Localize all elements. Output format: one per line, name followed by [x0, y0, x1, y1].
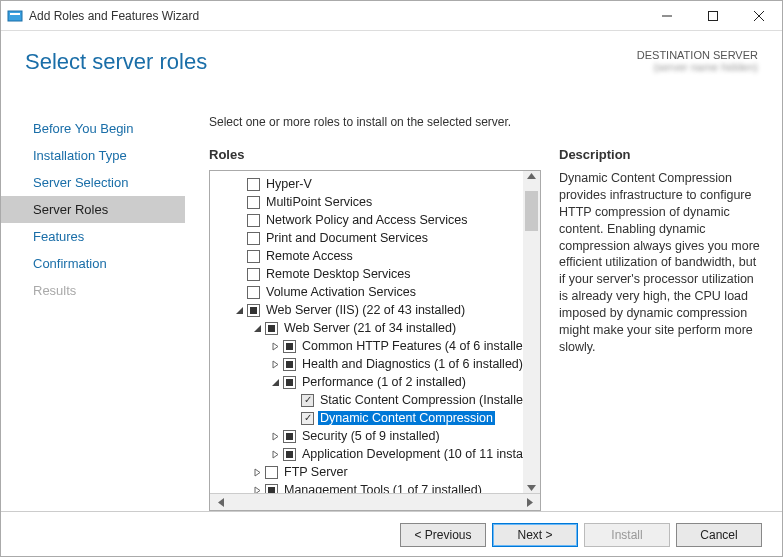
checkbox[interactable] — [247, 196, 260, 209]
toggle-spacer — [288, 413, 299, 424]
toggle-spacer — [288, 395, 299, 406]
tree-item-label[interactable]: Performance (1 of 2 installed) — [300, 375, 468, 389]
tree-row[interactable]: Application Development (10 of 11 instal… — [210, 445, 540, 463]
minimize-button[interactable] — [644, 1, 690, 31]
collapse-icon[interactable] — [234, 305, 245, 316]
tree-item-label[interactable]: Hyper-V — [264, 177, 314, 191]
horizontal-scrollbar[interactable] — [210, 493, 540, 510]
nav-item-installation-type[interactable]: Installation Type — [1, 142, 185, 169]
tree-item-label[interactable]: Web Server (IIS) (22 of 43 installed) — [264, 303, 467, 317]
tree-row[interactable]: Health and Diagnostics (1 of 6 installed… — [210, 355, 540, 373]
tree-row[interactable]: Dynamic Content Compression — [210, 409, 540, 427]
tree-row[interactable]: Web Server (IIS) (22 of 43 installed) — [210, 301, 540, 319]
nav-item-confirmation[interactable]: Confirmation — [1, 250, 185, 277]
nav-item-before-you-begin[interactable]: Before You Begin — [1, 115, 185, 142]
scroll-right-icon[interactable] — [521, 496, 538, 509]
checkbox[interactable] — [283, 376, 296, 389]
tree-item-label[interactable]: Network Policy and Access Services — [264, 213, 469, 227]
tree-row[interactable]: Static Content Compression (Installed) — [210, 391, 540, 409]
checkbox[interactable] — [265, 484, 278, 494]
checkbox[interactable] — [283, 448, 296, 461]
expand-icon[interactable] — [270, 449, 281, 460]
svg-marker-11 — [273, 433, 278, 440]
tree-item-label[interactable]: MultiPoint Services — [264, 195, 374, 209]
expand-icon[interactable] — [270, 431, 281, 442]
tree-item-label[interactable]: Remote Access — [264, 249, 355, 263]
description-text: Dynamic Content Compression provides inf… — [559, 170, 762, 356]
tree-row[interactable]: Performance (1 of 2 installed) — [210, 373, 540, 391]
checkbox[interactable] — [247, 232, 260, 245]
tree-item-label[interactable]: Print and Document Services — [264, 231, 430, 245]
vertical-scrollbar[interactable] — [523, 171, 540, 493]
tree-item-label[interactable]: Common HTTP Features (4 of 6 installed) — [300, 339, 536, 353]
checkbox[interactable] — [247, 178, 260, 191]
tree-item-label[interactable]: Application Development (10 of 11 instal… — [300, 447, 540, 461]
scroll-up-icon[interactable] — [527, 173, 536, 179]
tree-item-label[interactable]: Management Tools (1 of 7 installed) — [282, 483, 484, 493]
nav-item-results: Results — [1, 277, 185, 304]
svg-marker-14 — [255, 487, 260, 494]
previous-button[interactable]: < Previous — [400, 523, 486, 547]
tree-item-label[interactable]: Health and Diagnostics (1 of 6 installed… — [300, 357, 525, 371]
nav-item-features[interactable]: Features — [1, 223, 185, 250]
nav-item-server-selection[interactable]: Server Selection — [1, 169, 185, 196]
checkbox[interactable] — [265, 322, 278, 335]
next-button[interactable]: Next > — [492, 523, 578, 547]
checkbox[interactable] — [283, 358, 296, 371]
close-button[interactable] — [736, 1, 782, 31]
tree-row[interactable]: Volume Activation Services — [210, 283, 540, 301]
tree-item-label[interactable]: Static Content Compression (Installed) — [318, 393, 536, 407]
destination-label: DESTINATION SERVER — [637, 49, 758, 61]
collapse-icon[interactable] — [252, 323, 263, 334]
checkbox[interactable] — [247, 268, 260, 281]
nav-item-server-roles[interactable]: Server Roles — [1, 196, 185, 223]
tree-row[interactable]: Management Tools (1 of 7 installed) — [210, 481, 540, 493]
scrollbar-thumb[interactable] — [525, 191, 538, 231]
svg-marker-9 — [273, 361, 278, 368]
tree-row[interactable]: MultiPoint Services — [210, 193, 540, 211]
tree-row[interactable]: Common HTTP Features (4 of 6 installed) — [210, 337, 540, 355]
checkbox[interactable] — [247, 286, 260, 299]
roles-tree[interactable]: Hyper-VMultiPoint ServicesNetwork Policy… — [210, 171, 540, 493]
tree-row[interactable]: Web Server (21 of 34 installed) — [210, 319, 540, 337]
checkbox[interactable] — [283, 340, 296, 353]
checkbox[interactable] — [283, 430, 296, 443]
toggle-spacer — [234, 251, 245, 262]
checkbox[interactable] — [247, 304, 260, 317]
checkbox[interactable] — [265, 466, 278, 479]
collapse-icon[interactable] — [270, 377, 281, 388]
roles-heading: Roles — [209, 147, 541, 162]
svg-marker-15 — [527, 173, 536, 179]
scroll-down-icon[interactable] — [527, 485, 536, 491]
expand-icon[interactable] — [252, 467, 263, 478]
tree-item-label[interactable]: Dynamic Content Compression — [318, 411, 495, 425]
toggle-spacer — [234, 233, 245, 244]
tree-row[interactable]: Security (5 of 9 installed) — [210, 427, 540, 445]
tree-row[interactable]: Network Policy and Access Services — [210, 211, 540, 229]
toggle-spacer — [234, 215, 245, 226]
tree-item-label[interactable]: Remote Desktop Services — [264, 267, 413, 281]
tree-row[interactable]: FTP Server — [210, 463, 540, 481]
tree-row[interactable]: Hyper-V — [210, 175, 540, 193]
tree-item-label[interactable]: Security (5 of 9 installed) — [300, 429, 442, 443]
tree-row[interactable]: Remote Desktop Services — [210, 265, 540, 283]
expand-icon[interactable] — [270, 341, 281, 352]
checkbox[interactable] — [301, 412, 314, 425]
checkbox[interactable] — [247, 214, 260, 227]
description-heading: Description — [559, 147, 762, 162]
checkbox[interactable] — [247, 250, 260, 263]
expand-icon[interactable] — [252, 485, 263, 494]
tree-item-label[interactable]: Volume Activation Services — [264, 285, 418, 299]
expand-icon[interactable] — [270, 359, 281, 370]
svg-rect-1 — [10, 13, 20, 15]
svg-marker-8 — [273, 343, 278, 350]
scroll-left-icon[interactable] — [212, 496, 229, 509]
app-icon — [7, 8, 23, 24]
tree-item-label[interactable]: FTP Server — [282, 465, 350, 479]
maximize-button[interactable] — [690, 1, 736, 31]
svg-marker-17 — [218, 498, 224, 507]
cancel-button[interactable]: Cancel — [676, 523, 762, 547]
tree-row[interactable]: Remote Access — [210, 247, 540, 265]
tree-item-label[interactable]: Web Server (21 of 34 installed) — [282, 321, 458, 335]
tree-row[interactable]: Print and Document Services — [210, 229, 540, 247]
